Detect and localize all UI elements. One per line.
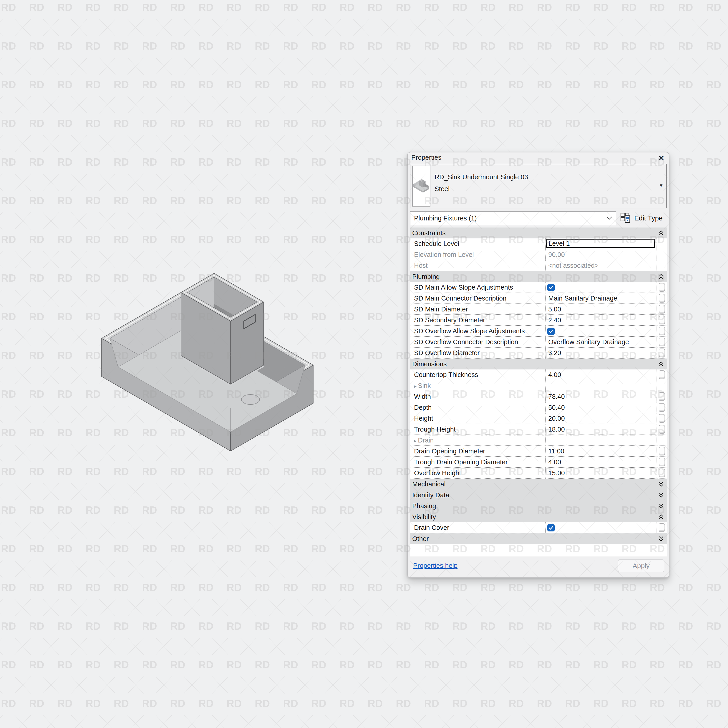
expander-icon[interactable]: ▸ xyxy=(414,383,416,389)
apply-button[interactable]: Apply xyxy=(618,559,664,572)
associate-parameter-button[interactable] xyxy=(659,327,665,335)
edit-type-icon[interactable] xyxy=(620,212,631,224)
property-row: Depth 50.40 xyxy=(410,402,667,413)
property-value[interactable]: Level 1 xyxy=(545,239,657,249)
property-value[interactable]: 11.00 xyxy=(545,446,657,457)
dropdown-arrow-icon[interactable]: ▼ xyxy=(659,183,664,188)
associate-parameter-button[interactable] xyxy=(659,414,665,423)
property-grid: Constraints Schedule Level Level 1 Eleva… xyxy=(410,228,667,557)
section-header-constraints[interactable]: Constraints xyxy=(410,228,667,239)
collapse-chevron-icon[interactable] xyxy=(658,230,664,236)
property-value[interactable]: Main Sanitary Drainage xyxy=(545,293,657,304)
panel-title: Properties xyxy=(411,154,441,161)
type-thumbnail xyxy=(412,166,430,206)
associate-parameter-button[interactable] xyxy=(659,447,665,456)
section-header-visibility[interactable]: Visibility xyxy=(410,511,667,522)
associate-parameter-button[interactable] xyxy=(659,458,665,466)
property-value: <not associated> xyxy=(545,260,657,271)
category-combobox[interactable]: Plumbing Fixtures (1) xyxy=(410,211,616,225)
property-row: Trough Drain Opening Diameter 4.00 xyxy=(410,457,667,468)
property-group-row: ▸Drain xyxy=(410,435,667,446)
property-value[interactable]: 4.00 xyxy=(545,369,657,380)
property-label: Width xyxy=(410,391,545,402)
associate-parameter-button[interactable] xyxy=(659,305,665,314)
collapse-chevron-icon[interactable] xyxy=(658,274,664,280)
property-label: Trough Drain Opening Diameter xyxy=(410,457,545,468)
associate-parameter-button[interactable] xyxy=(659,338,665,346)
property-label: Host xyxy=(410,260,545,271)
associate-parameter-button[interactable] xyxy=(659,316,665,324)
expand-chevron-icon[interactable] xyxy=(658,503,664,509)
property-row: Width 78.40 xyxy=(410,391,667,402)
property-value xyxy=(545,435,657,446)
close-icon[interactable]: ✕ xyxy=(658,154,664,162)
property-row: Drain Cover xyxy=(410,522,667,533)
property-value[interactable]: 3.20 xyxy=(545,348,657,359)
collapse-chevron-icon[interactable] xyxy=(658,514,664,520)
properties-help-link[interactable]: Properties help xyxy=(413,562,457,569)
edit-type-button[interactable]: Edit Type xyxy=(634,211,663,225)
section-header-dimensions[interactable]: Dimensions xyxy=(410,359,667,369)
associate-parameter-button[interactable] xyxy=(659,294,665,303)
properties-panel: Properties ✕ RD_Sink Undermount Single 0… xyxy=(407,152,669,578)
property-group-row: ▸Sink xyxy=(410,380,667,391)
section-header-identity-data[interactable]: Identity Data xyxy=(410,489,667,500)
associate-parameter-button[interactable] xyxy=(659,349,665,357)
associate-parameter-button[interactable] xyxy=(659,469,665,477)
property-value xyxy=(545,326,657,337)
property-row: SD Overflow Allow Slope Adjustments xyxy=(410,326,667,337)
expand-chevron-icon[interactable] xyxy=(658,481,664,487)
property-value xyxy=(545,522,657,533)
associate-parameter-button[interactable] xyxy=(659,403,665,412)
property-row: SD Overflow Connector Description Overfl… xyxy=(410,337,667,348)
value-edit-field[interactable]: Level 1 xyxy=(546,239,655,248)
property-row: Countertop Thickness 4.00 xyxy=(410,369,667,380)
property-value: 90.00 xyxy=(545,249,657,260)
section-header-phasing[interactable]: Phasing xyxy=(410,500,667,511)
property-value[interactable]: Overflow Sanitary Drainage xyxy=(545,337,657,348)
expander-icon[interactable]: ▸ xyxy=(414,438,416,444)
property-label: Schedule Level xyxy=(410,239,545,249)
property-row: SD Main Diameter 5.00 xyxy=(410,304,667,315)
type-selector[interactable]: RD_Sink Undermount Single 03 Steel ▼ xyxy=(410,164,667,208)
checkbox-checked[interactable] xyxy=(548,327,555,335)
property-value[interactable]: 50.40 xyxy=(545,402,657,413)
expand-chevron-icon[interactable] xyxy=(658,536,664,542)
associate-parameter-button[interactable] xyxy=(659,392,665,401)
associate-parameter-button[interactable] xyxy=(659,283,665,292)
section-header-plumbing[interactable]: Plumbing xyxy=(410,271,667,282)
property-value[interactable]: 18.00 xyxy=(545,424,657,435)
property-value[interactable]: 78.40 xyxy=(545,391,657,402)
property-label: SD Main Connector Description xyxy=(410,293,545,304)
property-row: SD Secondary Diameter 2.40 xyxy=(410,315,667,326)
section-header-other[interactable]: Other xyxy=(410,533,667,544)
sink-3d-view xyxy=(66,254,327,470)
property-label: SD Main Allow Slope Adjustments xyxy=(410,282,545,293)
property-row: SD Main Connector Description Main Sanit… xyxy=(410,293,667,304)
associate-parameter-button[interactable] xyxy=(659,370,665,379)
checkbox-checked[interactable] xyxy=(548,524,555,531)
property-label: Drain Cover xyxy=(410,522,545,533)
property-label: Height xyxy=(410,413,545,424)
checkbox-checked[interactable] xyxy=(548,284,555,291)
collapse-chevron-icon[interactable] xyxy=(658,361,664,367)
property-group-label: ▸Sink xyxy=(410,380,545,391)
section-header-mechanical[interactable]: Mechanical xyxy=(410,479,667,489)
property-value[interactable]: 5.00 xyxy=(545,304,657,315)
property-value[interactable]: 2.40 xyxy=(545,315,657,326)
property-value[interactable]: 20.00 xyxy=(545,413,657,424)
property-label: Depth xyxy=(410,402,545,413)
property-row: SD Main Allow Slope Adjustments xyxy=(410,282,667,293)
property-row: Trough Height 18.00 xyxy=(410,424,667,435)
property-label: Countertop Thickness xyxy=(410,369,545,380)
property-value[interactable]: 4.00 xyxy=(545,457,657,468)
property-value[interactable]: 15.00 xyxy=(545,468,657,479)
property-label: SD Main Diameter xyxy=(410,304,545,315)
associate-parameter-button[interactable] xyxy=(659,523,665,532)
associate-parameter-button[interactable] xyxy=(659,425,665,434)
expand-chevron-icon[interactable] xyxy=(658,492,664,498)
property-group-label: ▸Drain xyxy=(410,435,545,446)
property-label: SD Overflow Diameter xyxy=(410,348,545,359)
property-value xyxy=(545,380,657,391)
property-label: Overflow Height xyxy=(410,468,545,479)
